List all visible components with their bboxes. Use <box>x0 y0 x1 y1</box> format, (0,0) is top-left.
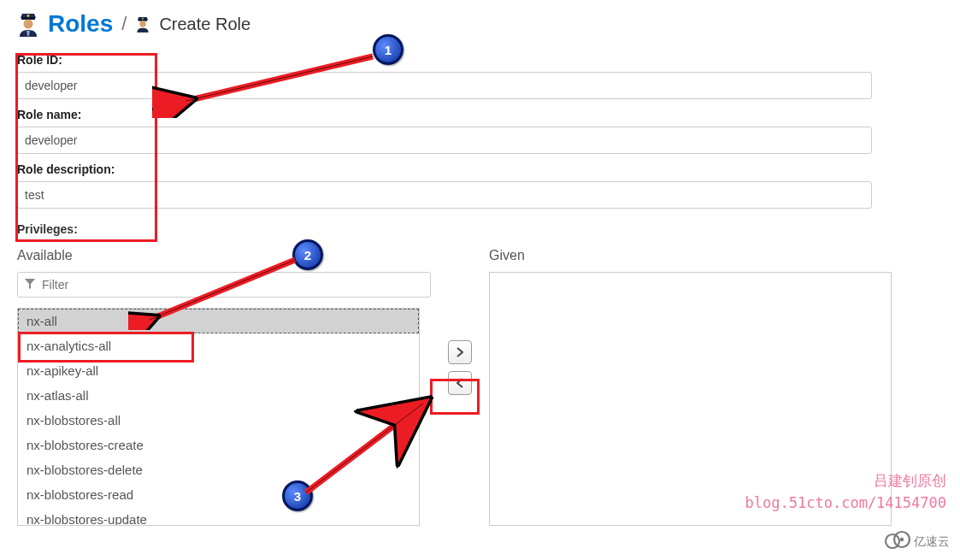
watermark-line1: 吕建钊原创 <box>745 470 946 492</box>
roles-breadcrumb-link[interactable]: Roles <box>48 10 113 38</box>
filter-icon <box>24 278 36 292</box>
list-item[interactable]: nx-blobstores-create <box>18 433 419 457</box>
available-list[interactable]: nx-allnx-analytics-allnx-apikey-allnx-at… <box>17 308 420 526</box>
watermark-text: 吕建钊原创 blog.51cto.com/14154700 <box>745 470 946 514</box>
list-item[interactable]: nx-blobstores-all <box>18 408 419 433</box>
callout-2: 2 <box>292 239 323 270</box>
role-description-label: Role description: <box>17 162 943 176</box>
breadcrumb-separator: / <box>121 13 127 35</box>
list-item[interactable]: nx-all <box>18 309 419 333</box>
svg-point-2 <box>24 20 33 29</box>
move-right-button[interactable] <box>448 340 472 364</box>
available-label: Available <box>17 248 431 263</box>
list-item[interactable]: nx-blobstores-update <box>18 507 419 526</box>
role-name-input[interactable] <box>17 127 872 154</box>
available-filter-input[interactable] <box>17 272 431 298</box>
role-description-input[interactable] <box>17 181 872 209</box>
police-officer-icon <box>17 11 39 37</box>
chevron-left-icon <box>456 378 463 388</box>
svg-point-1 <box>27 15 30 17</box>
svg-point-4 <box>142 18 144 20</box>
privileges-heading: Privileges: <box>17 222 943 236</box>
role-name-label: Role name: <box>17 108 943 121</box>
list-item[interactable]: nx-analytics-all <box>18 333 419 358</box>
police-officer-small-icon <box>135 15 150 32</box>
list-item[interactable]: nx-atlas-all <box>18 383 419 408</box>
breadcrumb-current: Create Role <box>159 15 250 34</box>
list-item[interactable]: nx-blobstores-read <box>18 482 419 507</box>
watermark-line2: blog.51cto.com/14154700 <box>745 492 946 515</box>
move-left-button[interactable] <box>448 371 472 395</box>
callout-1: 1 <box>373 34 403 65</box>
svg-text:亿速云: 亿速云 <box>913 534 948 548</box>
breadcrumb: Roles / Create Role <box>17 10 943 38</box>
callout-3: 3 <box>282 480 313 511</box>
watermark-logo: 亿速云 <box>883 528 948 555</box>
svg-point-14 <box>900 538 904 541</box>
svg-point-5 <box>140 21 146 27</box>
list-item[interactable]: nx-apikey-all <box>18 358 419 383</box>
role-id-input[interactable] <box>17 72 872 99</box>
given-label: Given <box>489 248 892 263</box>
role-id-label: Role ID: <box>17 53 943 67</box>
chevron-right-icon <box>456 347 463 357</box>
list-item[interactable]: nx-blobstores-delete <box>18 457 419 482</box>
